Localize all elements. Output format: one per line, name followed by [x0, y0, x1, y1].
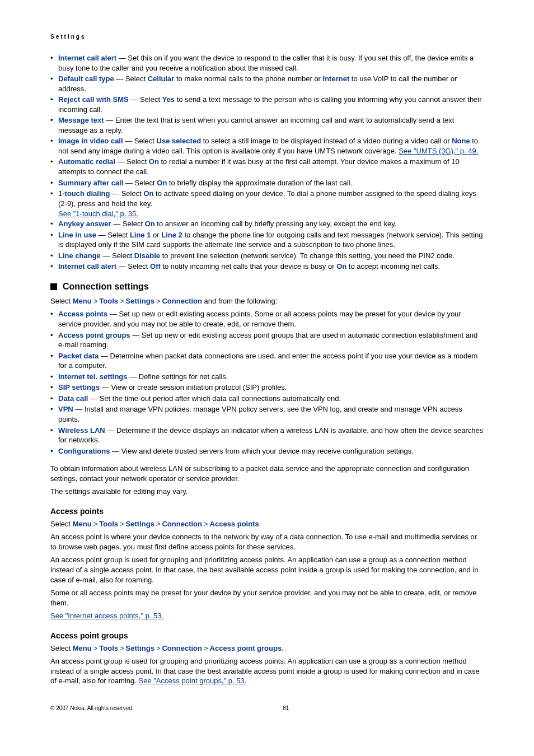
chevron-right-icon: > — [92, 644, 100, 652]
breadcrumb-part: Settings — [126, 644, 154, 652]
access-point-groups-link[interactable]: See "Access point groups," p. 53. — [139, 676, 247, 685]
setting-term: Data call — [58, 394, 88, 403]
apg-paragraph: An access point group is used for groupi… — [50, 656, 484, 686]
heading-text: Connection settings — [63, 282, 149, 292]
setting-term: VPN — [58, 405, 73, 413]
value-term: None — [452, 137, 470, 145]
chevron-right-icon: > — [154, 644, 162, 652]
chevron-right-icon: > — [118, 297, 126, 305]
breadcrumb-part: Menu — [73, 297, 92, 305]
list-item: Message text — Enter the text that is se… — [50, 115, 484, 135]
setting-term: Message text — [58, 116, 104, 124]
breadcrumb-2: Select Menu>Tools>Settings>Connection>Ac… — [50, 519, 484, 529]
setting-term: Internet call alert — [58, 262, 116, 270]
breadcrumb-part: Access point groups — [210, 644, 282, 652]
access-points-heading: Access points — [50, 507, 484, 516]
list-item: SIP settings — View or create session in… — [50, 382, 484, 393]
value-term: On — [157, 179, 167, 187]
list-item: Line change — Select Disable to prevent … — [50, 251, 484, 261]
chevron-right-icon: > — [154, 520, 162, 528]
chevron-right-icon: > — [118, 644, 126, 652]
list-item: Line in use — Select Line 1 or Line 2 to… — [50, 230, 484, 250]
value-term: Cellular — [148, 74, 175, 83]
setting-term: Packet data — [58, 352, 99, 360]
value-term: Disable — [134, 251, 160, 260]
info-paragraph-2: The settings available for editing may v… — [50, 487, 484, 497]
value-term: Yes — [162, 95, 175, 104]
list-item: Automatic redial — Select On to redial a… — [50, 157, 484, 176]
ap-paragraph-3: Some or all access points may be preset … — [50, 588, 484, 608]
breadcrumb-part: Settings — [126, 297, 154, 305]
list-item: Default call type — Select Cellular to m… — [50, 74, 484, 94]
access-point-groups-heading: Access point groups — [50, 631, 484, 640]
setting-term: Internet tel. settings — [58, 372, 128, 381]
value-term: On — [145, 220, 155, 228]
setting-term: Reject call with SMS — [58, 95, 129, 104]
list-item: Internet tel. settings — Define settings… — [50, 372, 484, 382]
breadcrumb-part: Tools — [99, 520, 118, 528]
list-item: 1-touch dialing — Select On to activate … — [50, 189, 484, 208]
chevron-right-icon: > — [118, 520, 126, 528]
chevron-right-icon: > — [202, 520, 210, 528]
setting-term: Line in use — [58, 231, 96, 239]
breadcrumb-3: Select Menu>Tools>Settings>Connection>Ac… — [50, 643, 484, 654]
value-term: On — [149, 157, 159, 166]
list-item: Reject call with SMS — Select Yes to sen… — [50, 95, 484, 114]
setting-term: Wireless LAN — [58, 426, 105, 435]
breadcrumb-part: Access points — [210, 520, 259, 528]
breadcrumb-part: Tools — [99, 644, 118, 652]
setting-term: Access point groups — [58, 331, 130, 339]
chevron-right-icon: > — [92, 520, 100, 528]
page-number: 81 — [89, 705, 483, 711]
list-item: Image in video call — Select Use selecte… — [50, 136, 484, 156]
breadcrumb-part: Connection — [162, 520, 202, 528]
setting-term: Anykey answer — [58, 220, 111, 228]
page-header: Settings — [50, 34, 484, 40]
setting-term: Image in video call — [58, 137, 123, 145]
list-item: Summary after call — Select On to briefl… — [50, 178, 484, 188]
setting-term: SIP settings — [58, 383, 100, 391]
setting-term: Automatic redial — [58, 157, 115, 166]
list-item: Data call — Set the time-out period afte… — [50, 394, 484, 404]
cross-ref-link[interactable]: See "UMTS (3G)," p. 49. — [399, 147, 478, 155]
list-item: Configurations — View and delete trusted… — [50, 446, 484, 456]
list-item: Anykey answer — Select On to answer an i… — [50, 219, 484, 229]
cross-ref-link[interactable]: See "1-touch dial," p. 35. — [58, 209, 138, 218]
list-item: VPN — Install and manage VPN policies, m… — [50, 404, 484, 424]
setting-term: Internet call alert — [58, 54, 116, 62]
setting-term: Summary after call — [58, 179, 123, 187]
list-item: Access points — Set up new or edit exist… — [50, 309, 484, 329]
breadcrumb-part: Menu — [73, 644, 92, 652]
list-item: Internet call alert — Set this on if you… — [50, 53, 484, 73]
setting-term: Configurations — [58, 447, 110, 455]
value-term: Line 1 — [130, 231, 151, 239]
breadcrumb-part: Tools — [99, 297, 118, 305]
list-item: Packet data — Determine when packet data… — [50, 351, 484, 371]
value-term: Line 2 — [161, 231, 182, 239]
breadcrumb-part: Menu — [73, 520, 92, 528]
info-paragraph-1: To obtain information about wireless LAN… — [50, 464, 484, 483]
setting-term: Default call type — [58, 74, 114, 83]
connection-settings-heading: Connection settings — [50, 282, 484, 292]
list-item: Internet call alert — Select Off to noti… — [50, 262, 484, 272]
chevron-right-icon: > — [92, 297, 100, 305]
list-item: Wireless LAN — Determine if the device d… — [50, 426, 484, 445]
ap-paragraph-1: An access point is where your device con… — [50, 532, 484, 552]
value-term: Off — [150, 262, 161, 270]
chevron-right-icon: > — [202, 644, 210, 652]
breadcrumb-part: Connection — [162, 644, 202, 652]
setting-term: Line change — [58, 251, 101, 260]
value-term: Use selected — [157, 137, 202, 145]
breadcrumb-1: Select Menu>Tools>Settings>Connection an… — [50, 296, 484, 306]
setting-term: 1-touch dialing — [58, 189, 110, 198]
value-term: On — [336, 262, 346, 270]
ap-paragraph-2: An access point group is used for groupi… — [50, 555, 484, 585]
setting-term: Access points — [58, 310, 107, 318]
chevron-right-icon: > — [154, 297, 162, 305]
breadcrumb-part: Settings — [126, 520, 154, 528]
value-term: Internet — [323, 74, 350, 83]
settings-list-1: Internet call alert — Set this on if you… — [50, 53, 484, 272]
settings-list-2: Access points — Set up new or edit exist… — [50, 309, 484, 456]
list-item: Access point groups — Set up new or edit… — [50, 330, 484, 350]
internet-access-points-link[interactable]: See "Internet access points," p. 53. — [50, 612, 163, 620]
